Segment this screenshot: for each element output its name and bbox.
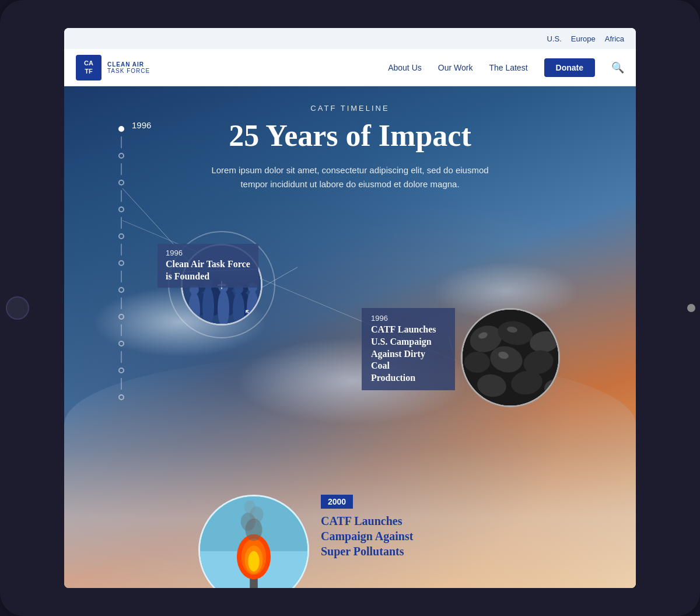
event-card-pollutants[interactable] xyxy=(198,495,309,588)
hero-title: 25 Years of Impact xyxy=(64,118,636,153)
timeline-segment xyxy=(121,244,122,256)
search-icon[interactable]: 🔍 xyxy=(611,61,624,74)
flame-image xyxy=(200,495,307,588)
timeline-segment xyxy=(121,298,122,309)
cursor-icon: ↖ xyxy=(244,307,252,318)
svg-point-50 xyxy=(244,501,256,514)
coal-bg xyxy=(463,310,558,405)
timeline-dot-3[interactable] xyxy=(118,206,124,212)
event-year-coal: 1996 xyxy=(371,314,446,323)
tablet-frame: U.S. Europe Africa CA TF CLEAN AIR TASK … xyxy=(0,0,700,616)
timeline-segment xyxy=(121,271,122,282)
logo-area[interactable]: CA TF CLEAN AIR TASK FORCE xyxy=(76,55,150,80)
timeline-segment xyxy=(121,351,122,363)
event-year-founded: 1996 xyxy=(166,249,250,257)
svg-point-16 xyxy=(202,286,214,326)
tablet-screen: U.S. Europe Africa CA TF CLEAN AIR TASK … xyxy=(64,28,636,588)
tablet-right-indicator xyxy=(687,304,695,312)
year-badge-pollutants: 2000 xyxy=(321,495,353,509)
timeline-dot-9[interactable] xyxy=(118,368,124,373)
event-title-founded: Clean Air Task Forceis Founded xyxy=(166,258,250,283)
event-circle-coal[interactable] xyxy=(461,308,560,407)
coal-image xyxy=(463,310,560,407)
nav-the-latest[interactable]: The Latest xyxy=(489,63,527,72)
event-label-founded: 1996 Clean Air Task Forceis Founded xyxy=(158,244,258,288)
timeline-dot-5[interactable] xyxy=(118,260,124,266)
nav-donate[interactable]: Donate xyxy=(544,58,595,77)
svg-point-46 xyxy=(248,551,259,572)
timeline-segment xyxy=(121,217,122,229)
hero-section: CATF TIMELINE 25 Years of Impact Lorem i… xyxy=(64,86,636,588)
timeline-segment xyxy=(121,190,122,202)
event-label-pollutants: 2000 CATF LaunchesCampaign AgainstSuper … xyxy=(321,495,413,559)
region-us[interactable]: U.S. xyxy=(547,34,562,43)
nav-about-us[interactable]: About Us xyxy=(388,63,422,72)
nav-links: About Us Our Work The Latest Donate 🔍 xyxy=(388,58,624,77)
event-label-coal: 1996 CATF LaunchesU.S. CampaignAgainst D… xyxy=(362,308,455,390)
timeline-dot-4[interactable] xyxy=(118,233,124,239)
hero-content: CATF TIMELINE 25 Years of Impact Lorem i… xyxy=(64,86,636,191)
region-selector-bar: U.S. Europe Africa xyxy=(64,28,636,49)
region-africa[interactable]: Africa xyxy=(605,34,624,43)
logo-text: CLEAN AIR TASK FORCE xyxy=(107,61,150,74)
event-title-pollutants: CATF LaunchesCampaign AgainstSuper Pollu… xyxy=(321,513,413,559)
timeline-dot-8[interactable] xyxy=(118,341,124,346)
timeline-segment xyxy=(121,324,122,336)
event-card-coal[interactable] xyxy=(461,308,560,407)
timeline-segment xyxy=(121,378,122,390)
timeline-dot-7[interactable] xyxy=(118,314,124,320)
svg-point-18 xyxy=(218,290,229,326)
logo-abbr-line1: CA xyxy=(84,60,93,67)
timeline-dot-10[interactable] xyxy=(118,394,124,400)
hero-description: Lorem ipsum dolor sit amet, consectetur … xyxy=(210,163,490,191)
region-europe[interactable]: Europe xyxy=(571,34,596,43)
navbar: CA TF CLEAN AIR TASK FORCE About Us Our … xyxy=(64,49,636,86)
tablet-left-button[interactable] xyxy=(6,296,29,320)
flame-bg xyxy=(200,496,307,588)
event-title-coal: CATF LaunchesU.S. CampaignAgainst Dirty … xyxy=(371,324,446,384)
timeline-dot-6[interactable] xyxy=(118,287,124,293)
logo-name-line1: CLEAN AIR xyxy=(107,61,150,68)
logo-abbr-line2: TF xyxy=(85,68,92,75)
timeline-label: CATF TIMELINE xyxy=(64,104,636,113)
logo-box: CA TF xyxy=(76,55,102,80)
logo-name-line2: TASK FORCE xyxy=(107,68,150,74)
svg-point-30 xyxy=(464,352,490,373)
nav-our-work[interactable]: Our Work xyxy=(438,63,473,72)
event-circle-pollutants[interactable] xyxy=(198,495,309,588)
